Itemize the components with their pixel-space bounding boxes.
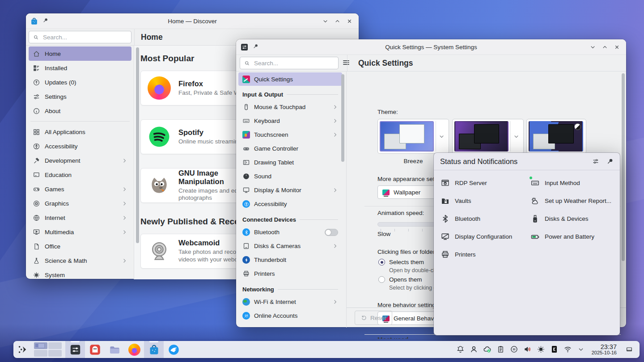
pager-desktop-3[interactable] xyxy=(34,350,47,357)
minimize-button[interactable] xyxy=(589,43,597,51)
status-item-power-battery[interactable]: Power and Battery xyxy=(527,227,617,245)
notifications-bell-icon[interactable] xyxy=(456,345,465,354)
clock-widget[interactable]: 23:37 2025-10-16 xyxy=(592,344,617,356)
pin-icon[interactable] xyxy=(42,17,48,25)
sidebar-item-disks-cameras[interactable]: Disks & Cameras xyxy=(238,239,342,253)
clipboard-icon[interactable] xyxy=(496,345,505,354)
hammer-icon xyxy=(33,157,40,164)
maximize-button[interactable] xyxy=(601,43,609,51)
status-item-vaults[interactable]: Vaults xyxy=(437,192,527,210)
sidebar-item-printers[interactable]: Printers xyxy=(238,267,342,281)
task-ghost-app[interactable] xyxy=(85,341,105,358)
task-firefox[interactable] xyxy=(124,341,144,358)
status-item-rdp-server[interactable]: RDP Server xyxy=(437,174,527,192)
sidebar-item-touchscreen[interactable]: Touchscreen xyxy=(238,128,342,142)
app-launcher-button[interactable] xyxy=(13,341,31,358)
sidebar-item-mouse-touchpad[interactable]: Mouse & Touchpad xyxy=(238,100,342,114)
brightness-icon[interactable] xyxy=(536,345,546,354)
sidebar-item-thunderbolt[interactable]: Thunderbolt xyxy=(238,253,342,267)
status-item-printers[interactable]: Printers xyxy=(437,245,527,263)
status-item-bluetooth[interactable]: Bluetooth xyxy=(437,210,527,227)
task-system-settings[interactable] xyxy=(65,341,85,358)
close-button[interactable] xyxy=(345,17,353,25)
sidebar-item-quick-settings[interactable]: Quick Settings xyxy=(238,72,342,86)
sidebar-scrollbar[interactable] xyxy=(341,74,344,162)
status-item-disks-devices[interactable]: Disks & Devices xyxy=(527,210,617,227)
radio-selects-them[interactable]: Selects them xyxy=(378,259,424,265)
status-item-input-method[interactable]: Input Method xyxy=(527,174,617,192)
sidebar-item-keyboard[interactable]: Keyboard xyxy=(238,114,342,128)
sidebar-item-bluetooth[interactable]: Bluetooth xyxy=(238,225,342,239)
sidebar-item-settings[interactable]: Settings xyxy=(29,89,131,104)
sidebar-item-sound[interactable]: Sound xyxy=(238,169,342,183)
sidebar-item-all-applications[interactable]: All Applications xyxy=(29,125,131,139)
pager-desktop-1[interactable] xyxy=(34,342,47,349)
sidebar-item-games[interactable]: Games xyxy=(29,182,131,196)
media-pause-icon[interactable] xyxy=(509,345,519,354)
sidebar-item-updates[interactable]: Updates (0) xyxy=(29,75,131,89)
theme-option-breeze[interactable] xyxy=(377,119,449,154)
bluetooth-toggle[interactable] xyxy=(325,229,338,236)
pin-icon[interactable] xyxy=(253,43,258,51)
settings-search-field[interactable] xyxy=(240,57,339,69)
sidebar-item-development[interactable]: Development xyxy=(29,153,131,168)
volume-icon[interactable] xyxy=(523,345,532,354)
task-dolphin[interactable] xyxy=(105,341,124,358)
discover-titlebar[interactable]: Home — Discover xyxy=(26,13,359,29)
chevron-down-icon[interactable] xyxy=(436,121,447,152)
sidebar-scrollbar[interactable] xyxy=(136,47,139,243)
sidebar-item-internet[interactable]: Internet xyxy=(29,210,131,225)
task-falkon[interactable] xyxy=(164,341,183,358)
tray-expand-chevron-icon[interactable] xyxy=(576,345,586,354)
status-item-weather[interactable]: Set up Weather Report... xyxy=(527,192,617,210)
radio-button-unselected[interactable] xyxy=(378,276,385,283)
sidebar-item-game-controller[interactable]: Game Controller xyxy=(238,142,342,156)
sidebar-item-display-monitor[interactable]: Display & Monitor xyxy=(238,183,342,197)
show-desktop-button[interactable] xyxy=(623,346,635,353)
user-switcher-icon[interactable] xyxy=(469,345,479,354)
pin-icon[interactable] xyxy=(606,158,614,165)
sidebar-item-home[interactable]: Home xyxy=(29,46,131,61)
sidebar-item-installed[interactable]: Installed xyxy=(29,61,131,75)
sidebar-item-education[interactable]: Education xyxy=(29,168,131,182)
sidebar-item-multimedia[interactable]: Multimedia xyxy=(29,225,131,239)
sidebar-item-science-math[interactable]: Science & Math xyxy=(29,253,131,268)
theme-option-breeze-dark[interactable] xyxy=(452,119,524,154)
ghost-icon xyxy=(89,344,101,356)
chevron-right-icon xyxy=(122,158,127,164)
sidebar-item-office[interactable]: Office xyxy=(29,239,131,253)
discover-search-field[interactable] xyxy=(29,31,131,43)
search-input[interactable] xyxy=(42,34,127,41)
sidebar-item-about[interactable]: About xyxy=(29,104,131,118)
sidebar-item-wifi-internet[interactable]: Wi-Fi & Internet xyxy=(238,295,342,309)
maximize-button[interactable] xyxy=(333,17,341,25)
chevron-right-icon xyxy=(122,229,127,235)
close-button[interactable] xyxy=(613,43,621,51)
virtual-desktop-pager[interactable] xyxy=(34,342,62,357)
radio-button-selected[interactable] xyxy=(378,259,385,265)
status-item-display-configuration[interactable]: Display Configuration xyxy=(437,227,527,245)
wifi-signal-icon[interactable] xyxy=(563,345,572,354)
pager-desktop-2[interactable] xyxy=(48,342,62,349)
reset-button[interactable]: Reset xyxy=(355,311,392,325)
radio-opens-them[interactable]: Opens them xyxy=(378,276,422,283)
theme-option-automatic[interactable] xyxy=(526,119,586,154)
sidebar-item-system[interactable]: System xyxy=(29,268,131,282)
sidebar-item-drawing-tablet[interactable]: Drawing Tablet xyxy=(238,156,342,169)
search-input[interactable] xyxy=(253,59,334,67)
sidebar-item-graphics[interactable]: Graphics xyxy=(29,196,131,210)
sidebar-item-accessibility[interactable]: Accessibility xyxy=(238,197,342,211)
task-discover[interactable] xyxy=(144,341,164,358)
sidebar-item-online-accounts[interactable]: Online Accounts xyxy=(238,309,342,323)
configure-icon[interactable] xyxy=(592,158,599,165)
kde-connect-icon[interactable] xyxy=(550,345,559,354)
cloud-sync-icon[interactable] xyxy=(483,345,492,354)
chevron-right-icon xyxy=(332,299,338,305)
pager-desktop-4[interactable] xyxy=(48,350,62,357)
content-scrollbar[interactable] xyxy=(622,73,625,261)
minimize-button[interactable] xyxy=(321,17,329,25)
sidebar-item-accessibility[interactable]: Accessibility xyxy=(29,139,131,153)
printer-icon xyxy=(242,270,250,278)
chevron-down-icon[interactable] xyxy=(510,121,521,152)
settings-titlebar[interactable]: Quick Settings — System Settings xyxy=(236,39,626,55)
